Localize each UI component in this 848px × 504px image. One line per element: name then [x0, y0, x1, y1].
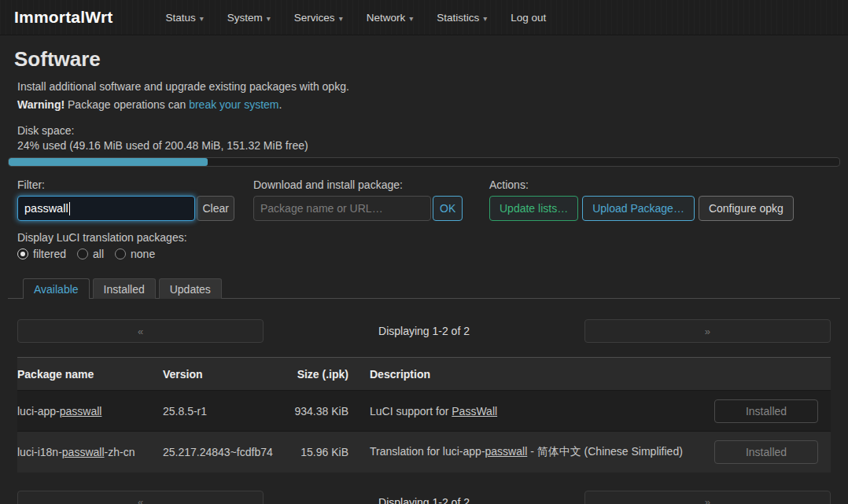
chevron-down-icon: ▾ [267, 14, 271, 23]
pagination-top: « Displaying 1-2 of 2 » [17, 319, 831, 343]
filter-label: Filter: [17, 178, 234, 192]
controls-row: Filter: passwall Clear Display LuCI tran… [17, 178, 831, 260]
configure-opkg-button[interactable]: Configure opkg [699, 196, 794, 221]
table-header-row: Package name Version Size (.ipk) Descrip… [17, 358, 831, 391]
header-version: Version [163, 358, 292, 391]
filter-column: Filter: passwall Clear Display LuCI tran… [17, 178, 234, 260]
menu-label: Log out [511, 12, 546, 24]
tab-installed[interactable]: Installed [93, 278, 156, 299]
menu-item-system[interactable]: System▾ [216, 7, 282, 28]
translation-packages-label: Display LuCI translation packages: [17, 230, 234, 245]
prev-page-button[interactable]: « [17, 319, 264, 343]
filter-input[interactable]: passwall [17, 196, 195, 221]
disk-usage-text: 24% used (49.16 MiB used of 200.48 MiB, … [17, 138, 831, 153]
tab-available[interactable]: Available [23, 278, 90, 299]
pkg-name-match: passwall [60, 405, 102, 418]
menu-item-services[interactable]: Services▾ [282, 7, 355, 28]
menu-label: Network [367, 12, 406, 24]
version-cell: 25.217.24843~fcdfb74 [163, 432, 292, 473]
pkg-name-match: passwall [62, 446, 105, 458]
menu-label: Status [166, 12, 196, 24]
pkg-name-text: luci-app- [17, 405, 60, 418]
header-package-name: Package name [17, 358, 163, 391]
action-cell: Installed [701, 391, 831, 432]
download-label: Download and install package: [253, 178, 463, 192]
download-column: Download and install package: OK [253, 178, 463, 221]
radio-none[interactable]: none [115, 248, 155, 260]
menu-item-status[interactable]: Status▾ [154, 7, 216, 28]
page-description: Install additional software and upgrade … [17, 79, 831, 94]
update-lists-button[interactable]: Update lists… [489, 196, 578, 221]
warning-line: Warning! Package operations can break yo… [17, 97, 831, 112]
chevron-down-icon: ▾ [339, 14, 343, 23]
menu-label: Services [294, 12, 335, 24]
pagination-status: Displaying 1-2 of 2 [378, 496, 470, 504]
radio-label: filtered [33, 248, 66, 260]
filter-input-value: passwall [24, 202, 68, 215]
desc-match: PassWall [452, 405, 497, 418]
warning-bold: Warning! [17, 98, 65, 111]
tab-updates[interactable]: Updates [159, 278, 222, 299]
actions-label: Actions: [489, 178, 798, 192]
radio-icon [115, 248, 126, 259]
size-cell: 934.38 KiB [292, 391, 348, 432]
actions-column: Actions: Update lists… Upload Package… C… [489, 178, 798, 221]
prev-page-button[interactable]: « [17, 491, 264, 504]
description-cell: LuCI support for PassWall [348, 391, 701, 432]
action-cell: Installed [701, 432, 831, 473]
installed-button: Installed [714, 399, 818, 423]
pkg-name-text: -zh-cn [105, 446, 135, 458]
menu-label: System [227, 12, 263, 24]
brand-logo[interactable]: ImmortalWrt [14, 8, 113, 27]
page-title: Software [14, 47, 831, 72]
menu-label: Statistics [437, 12, 479, 24]
package-name-cell: luci-i18n-passwall-zh-cn [17, 432, 163, 473]
top-navbar: ImmortalWrt Status▾ System▾ Services▾ Ne… [0, 0, 848, 35]
desc-match: passwall [485, 445, 528, 458]
translation-radio-group: filtered all none [17, 248, 234, 260]
radio-all[interactable]: all [77, 248, 104, 260]
main-menu: Status▾ System▾ Services▾ Network▾ Stati… [154, 7, 559, 28]
desc-text: Translation for luci-app- [370, 445, 485, 458]
size-cell: 15.96 KiB [292, 432, 348, 473]
chevron-down-icon: ▾ [409, 14, 413, 23]
text-cursor [69, 202, 70, 215]
header-description: Description [348, 358, 701, 391]
table-row: luci-i18n-passwall-zh-cn 25.217.24843~fc… [17, 432, 831, 473]
clear-button[interactable]: Clear [197, 196, 234, 221]
package-tabs: Available Installed Updates [8, 278, 840, 299]
disk-space-label: Disk space: [17, 123, 831, 138]
radio-icon [77, 248, 88, 259]
chevron-down-icon: ▾ [200, 14, 204, 23]
next-page-button[interactable]: » [584, 319, 831, 343]
header-size: Size (.ipk) [292, 358, 348, 391]
disk-usage-progress-fill [9, 158, 208, 166]
warning-suffix: . [279, 98, 282, 111]
disk-usage-progressbar [8, 157, 840, 167]
menu-item-network[interactable]: Network▾ [355, 7, 426, 28]
menu-item-statistics[interactable]: Statistics▾ [425, 7, 499, 28]
table-row: luci-app-passwall 25.8.5-r1 934.38 KiB L… [17, 391, 831, 432]
next-page-button[interactable]: » [584, 491, 831, 504]
chevron-down-icon: ▾ [483, 14, 487, 23]
pagination-bottom: « Displaying 1-2 of 2 » [17, 491, 831, 504]
installed-button: Installed [714, 440, 818, 464]
version-cell: 25.8.5-r1 [163, 391, 292, 432]
desc-text: - 简体中文 (Chinese Simplified) [527, 445, 683, 458]
radio-icon [17, 248, 28, 259]
description-cell: Translation for luci-app-passwall - 简体中文… [348, 432, 701, 473]
package-url-input[interactable] [253, 196, 431, 221]
warning-text: Package operations can [65, 98, 189, 111]
disk-space-section: Disk space: 24% used (49.16 MiB used of … [17, 123, 831, 167]
menu-item-logout[interactable]: Log out [499, 7, 558, 28]
desc-text: LuCI support for [370, 405, 452, 418]
header-actions [701, 358, 831, 391]
software-page: Software Install additional software and… [0, 47, 848, 504]
ok-button[interactable]: OK [433, 196, 463, 221]
radio-filtered[interactable]: filtered [17, 248, 66, 260]
break-your-system-link[interactable]: break your system [189, 98, 278, 111]
pagination-status: Displaying 1-2 of 2 [378, 325, 470, 337]
pkg-name-text: luci-i18n- [17, 446, 62, 458]
upload-package-button[interactable]: Upload Package… [582, 196, 695, 221]
package-table: Package name Version Size (.ipk) Descrip… [17, 357, 831, 473]
